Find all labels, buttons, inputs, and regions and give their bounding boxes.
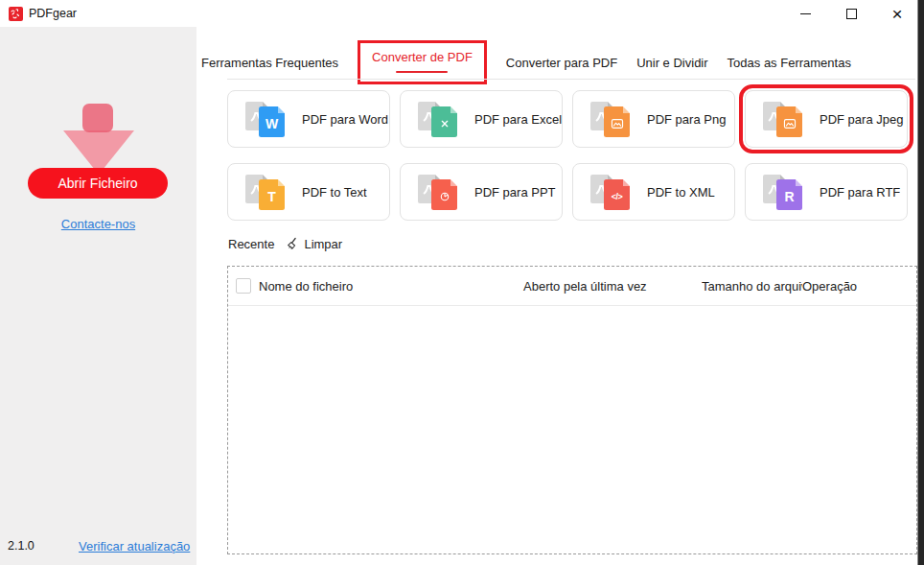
- tool-pdf-to-ppt[interactable]: PDF para PPT: [400, 163, 563, 221]
- tab-merge-split[interactable]: Unir e Dividir: [636, 52, 707, 74]
- pdfgear-window: PDFgear × Abrir Ficheiro Contacte-nos 2.…: [0, 0, 924, 565]
- close-button[interactable]: ×: [888, 3, 907, 24]
- column-header-operation: Operação: [802, 279, 857, 294]
- check-update-link[interactable]: Verificar atualização: [79, 539, 190, 553]
- sidebar: Abrir Ficheiro Contacte-nos 2.1.0 Verifi…: [0, 27, 196, 565]
- column-header-filename: Nome do ficheiro: [259, 279, 353, 294]
- background-window-sliver: [917, 0, 924, 565]
- app-logo-icon: [9, 7, 23, 21]
- tool-pdf-to-excel[interactable]: PDF para Excel: [400, 90, 563, 148]
- broom-icon: [286, 237, 300, 251]
- window-title: PDFgear: [29, 7, 77, 20]
- ppt-document-icon: [416, 172, 460, 212]
- column-header-file-size: Tamanho do arquiv: [702, 279, 802, 294]
- tab-convert-to-pdf[interactable]: Converter para PDF: [506, 52, 617, 74]
- image-document-icon: [589, 99, 633, 139]
- tab-all-tools[interactable]: Todas as Ferramentas: [728, 52, 851, 74]
- tab-separator: [227, 79, 915, 80]
- select-all-checkbox[interactable]: [236, 278, 251, 294]
- column-header-last-opened: Aberto pela última vez: [523, 279, 647, 294]
- image-document-icon: [761, 99, 805, 139]
- open-file-button[interactable]: Abrir Ficheiro: [28, 168, 168, 199]
- active-tab-underline: [396, 71, 448, 73]
- tool-pdf-to-text[interactable]: T PDF to Text: [227, 163, 390, 221]
- tool-pdf-to-jpeg[interactable]: PDF para Jpeg: [745, 90, 908, 148]
- tab-frequent-tools[interactable]: Ferramentas Frequentes: [201, 52, 338, 74]
- tool-pdf-to-rtf[interactable]: R PDF para RTF: [745, 163, 908, 221]
- word-document-icon: W: [243, 99, 288, 139]
- table-header-row: Nome do ficheiro Aberto pela última vez …: [228, 267, 916, 306]
- maximize-button[interactable]: [842, 3, 861, 24]
- tool-grid: W PDF para Word PDF para Excel PDF para …: [227, 90, 908, 221]
- minimize-button[interactable]: [796, 3, 815, 24]
- recent-section-title: Recente: [228, 237, 274, 251]
- tool-pdf-to-word[interactable]: W PDF para Word: [227, 90, 390, 148]
- main-content: Ferramentas Frequentes Converter de PDF …: [196, 27, 917, 565]
- tool-pdf-to-xml[interactable]: </> PDF to XML: [572, 163, 735, 221]
- tool-pdf-to-png[interactable]: PDF para Png: [572, 90, 735, 148]
- recent-files-table: Nome do ficheiro Aberto pela última vez …: [227, 266, 917, 554]
- title-bar: PDFgear ×: [0, 0, 924, 27]
- tab-convert-from-pdf[interactable]: Converter de PDF: [372, 50, 473, 64]
- clear-recent-button[interactable]: Limpar: [286, 237, 342, 251]
- text-document-icon: T: [243, 172, 288, 212]
- rtf-document-icon: R: [761, 172, 805, 212]
- xml-document-icon: </>: [589, 172, 633, 212]
- excel-document-icon: [416, 99, 460, 139]
- app-version: 2.1.0: [8, 539, 35, 553]
- contact-us-link[interactable]: Contacte-nos: [0, 217, 196, 231]
